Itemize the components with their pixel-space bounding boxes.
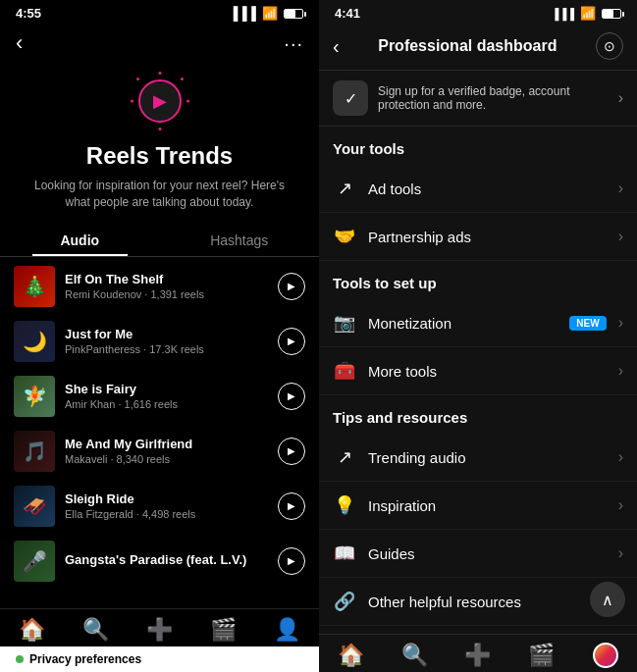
back-icon[interactable]: ‹ [16,30,23,56]
chevron-icon: › [618,448,623,466]
play-button[interactable]: ▶ [278,273,305,300]
reels-subtitle: Looking for inspiration for your next re… [0,178,319,211]
signal-icon: ▐▐▐ [229,6,256,21]
right-nav-reels[interactable]: 🎬 [509,643,573,668]
promo-chevron-icon: › [618,89,623,107]
scroll-up-button[interactable]: ∧ [590,582,625,617]
right-status-bar: 4:41 ▐▐▐ 📶 [319,0,637,25]
wifi-icon: 📶 [580,6,596,21]
left-status-bar: 4:55 ▐▐▐ 📶 [0,0,319,25]
right-nav-create[interactable]: ➕ [447,643,510,668]
resources-label: Other helpful resources [368,594,607,610]
track-sub: Amir Khan · 1,616 reels [65,398,268,410]
track-thumbnail: 🌙 [14,321,55,362]
nav-create[interactable]: ➕ [128,617,191,643]
track-sub: Remi Koudenov · 1,391 reels [65,288,268,300]
reels-circle: ▶ [138,79,182,123]
left-status-icons: ▐▐▐ 📶 [229,6,303,21]
wifi-icon: 📶 [262,6,278,21]
search-icon: 🔍 [401,643,428,668]
left-header: ‹ ··· [0,25,319,64]
dashboard-title: Professional dashboard [340,37,596,55]
track-info: Elf On The Shelf Remi Koudenov · 1,391 r… [65,272,268,300]
right-nav-profile[interactable] [573,643,637,668]
track-name: Just for Me [65,327,268,341]
track-name: Me And My Girlfriend [65,437,268,451]
more-tools-item[interactable]: 🧰 More tools › [319,347,637,395]
guides-icon: 📖 [333,543,356,564]
ad-tools-label: Ad tools [368,181,607,197]
right-status-icons: ▐▐▐ 📶 [552,6,621,21]
monetization-label: Monetization [368,315,557,332]
list-item[interactable]: 🎵 Me And My Girlfriend Makaveli · 8,340 … [0,424,319,479]
avatar [593,643,618,668]
more-options-icon[interactable]: ··· [284,32,303,55]
settings-button[interactable]: ⊙ [596,32,623,60]
trending-audio-item[interactable]: ↗ Trending audio › [319,434,637,482]
list-item[interactable]: 🧚 She is Fairy Amir Khan · 1,616 reels ▶ [0,369,319,424]
reels-icon: ▶ [131,72,189,130]
tab-audio[interactable]: Audio [0,225,160,256]
track-name: Gangsta's Paradise (feat. L.V.) [65,552,268,567]
spark-top [158,72,161,75]
left-bottom-nav: 🏠 🔍 ➕ 🎬 👤 [0,608,319,646]
list-item[interactable]: 🎄 Elf On The Shelf Remi Koudenov · 1,391… [0,259,319,314]
track-info: Me And My Girlfriend Makaveli · 8,340 re… [65,437,268,465]
inspiration-item[interactable]: 💡 Inspiration › [319,482,637,530]
monetization-item[interactable]: 📷 Monetization NEW › [319,299,637,347]
nav-home[interactable]: 🏠 [0,617,64,643]
play-button[interactable]: ▶ [278,328,305,355]
nav-search[interactable]: 🔍 [64,617,128,643]
partnership-label: Partnership ads [368,229,607,245]
list-item[interactable]: 🎤 Gangsta's Paradise (feat. L.V.) ▶ [0,534,319,589]
right-header: ‹ Professional dashboard ⊙ [319,25,637,71]
right-nav-search[interactable]: 🔍 [383,643,447,668]
promo-banner[interactable]: ✓ Sign up for a verified badge, account … [319,71,637,127]
chevron-icon: › [618,180,623,197]
section-your-tools: Your tools [319,127,637,165]
nav-profile[interactable]: 👤 [255,617,319,643]
play-button[interactable]: ▶ [278,438,305,465]
chevron-icon: › [618,228,623,245]
battery-icon [284,9,303,19]
search-icon: 🔍 [82,617,109,643]
signal-icon: ▐▐▐ [552,8,574,20]
spark-bottom [158,128,161,130]
tab-hashtags[interactable]: Hashtags [160,225,320,256]
nav-reels[interactable]: 🎬 [191,617,255,643]
reels-icon-area: ▶ [0,72,319,130]
reels-title: Reels Trends [0,142,319,170]
ad-tools-item[interactable]: ↗ Ad tools › [319,165,637,213]
chevron-icon: › [618,544,623,562]
guides-item[interactable]: 📖 Guides › [319,530,637,578]
track-list: 🎄 Elf On The Shelf Remi Koudenov · 1,391… [0,259,319,608]
privacy-bar[interactable]: Privacy preferences [0,646,319,672]
create-icon: ➕ [146,617,173,643]
back-button[interactable]: ‹ [333,35,340,58]
chevron-icon: › [618,496,623,514]
list-item[interactable]: 🌙 Just for Me PinkPantheress · 17.3K ree… [0,314,319,369]
ad-tools-icon: ↗ [333,178,356,199]
promo-icon: ✓ [333,80,368,116]
track-thumbnail: 🛷 [14,486,55,527]
section-tips: Tips and resources [319,395,637,434]
track-name: She is Fairy [65,382,268,396]
play-button[interactable]: ▶ [278,492,305,520]
play-button[interactable]: ▶ [278,547,305,575]
right-panel: 4:41 ▐▐▐ 📶 ‹ Professional dashboard ⊙ ✓ … [319,0,637,672]
track-thumbnail: 🎤 [14,541,55,582]
home-icon: 🏠 [338,643,364,668]
track-sub: Makaveli · 8,340 reels [65,453,268,465]
profile-icon: 👤 [274,617,300,643]
resources-icon: 🔗 [333,591,356,612]
track-name: Elf On The Shelf [65,272,268,286]
list-item[interactable]: 🛷 Sleigh Ride Ella Fitzgerald · 4,498 re… [0,479,319,534]
reels-nav-icon: 🎬 [210,617,237,643]
create-icon: ➕ [464,643,491,668]
play-button[interactable]: ▶ [278,383,305,410]
partnership-icon: 🤝 [333,226,356,247]
partnership-ads-item[interactable]: 🤝 Partnership ads › [319,213,637,261]
settings-icon: ⊙ [604,38,615,54]
right-nav-home[interactable]: 🏠 [319,643,383,668]
spark-topleft [136,78,139,80]
